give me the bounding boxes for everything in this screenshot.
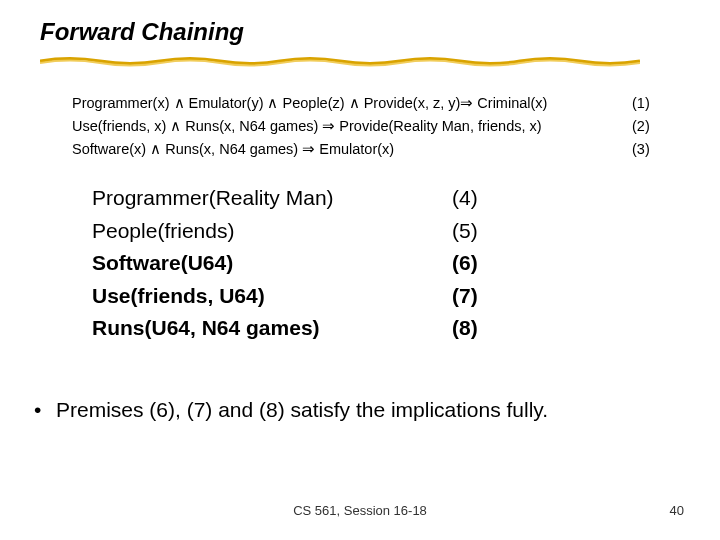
fact-number: (4) bbox=[452, 182, 478, 215]
fact-text: People(friends) bbox=[92, 215, 452, 248]
fact-text: Use(friends, U64) bbox=[92, 280, 452, 313]
rule-row: Programmer(x) ∧ Emulator(y) ∧ People(z) … bbox=[72, 92, 662, 115]
bullet-point: •Premises (6), (7) and (8) satisfy the i… bbox=[34, 398, 548, 422]
rule-text: Use(friends, x) ∧ Runs(x, N64 games) ⇒ P… bbox=[72, 115, 542, 138]
fact-text: Programmer(Reality Man) bbox=[92, 182, 452, 215]
rule-number: (2) bbox=[632, 115, 662, 138]
page-number: 40 bbox=[670, 503, 684, 518]
fact-number: (7) bbox=[452, 280, 478, 313]
fact-row: Use(friends, U64) (7) bbox=[92, 280, 478, 313]
facts-block: Programmer(Reality Man) (4) People(frien… bbox=[92, 182, 478, 345]
bullet-text: Premises (6), (7) and (8) satisfy the im… bbox=[56, 398, 548, 421]
slide-title: Forward Chaining bbox=[40, 18, 244, 46]
fact-row: People(friends) (5) bbox=[92, 215, 478, 248]
fact-number: (8) bbox=[452, 312, 478, 345]
fact-text: Software(U64) bbox=[92, 247, 452, 280]
slide: Forward Chaining Programmer(x) ∧ Emulato… bbox=[0, 0, 720, 540]
rule-row: Use(friends, x) ∧ Runs(x, N64 games) ⇒ P… bbox=[72, 115, 662, 138]
fact-number: (5) bbox=[452, 215, 478, 248]
fact-row: Software(U64) (6) bbox=[92, 247, 478, 280]
title-underline-decoration bbox=[40, 54, 640, 68]
footer-center: CS 561, Session 16-18 bbox=[0, 503, 720, 518]
rule-row: Software(x) ∧ Runs(x, N64 games) ⇒ Emula… bbox=[72, 138, 662, 161]
fact-number: (6) bbox=[452, 247, 478, 280]
fact-row: Programmer(Reality Man) (4) bbox=[92, 182, 478, 215]
rules-block: Programmer(x) ∧ Emulator(y) ∧ People(z) … bbox=[72, 92, 662, 162]
fact-row: Runs(U64, N64 games) (8) bbox=[92, 312, 478, 345]
bullet-dot-icon: • bbox=[34, 398, 56, 422]
rule-number: (3) bbox=[632, 138, 662, 161]
rule-text: Software(x) ∧ Runs(x, N64 games) ⇒ Emula… bbox=[72, 138, 394, 161]
fact-text: Runs(U64, N64 games) bbox=[92, 312, 452, 345]
rule-number: (1) bbox=[632, 92, 662, 115]
rule-text: Programmer(x) ∧ Emulator(y) ∧ People(z) … bbox=[72, 92, 547, 115]
